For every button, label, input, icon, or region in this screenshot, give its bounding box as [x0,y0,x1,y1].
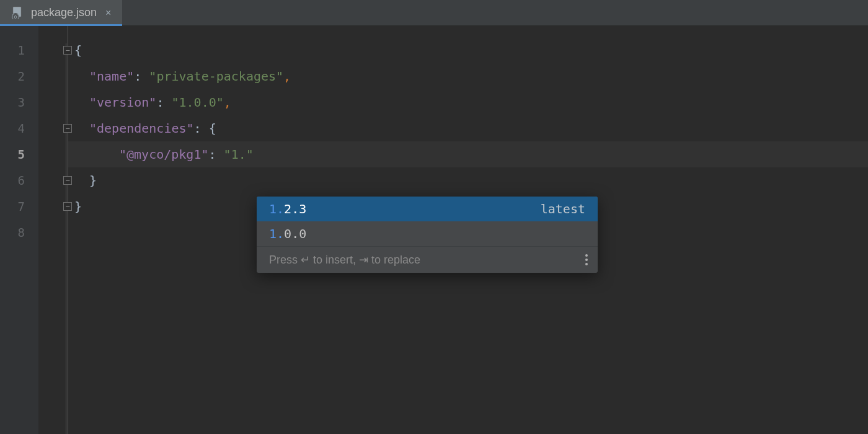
line-number-gutter: 1 2 3 4 5 6 7 8 [0,26,38,434]
code-editor: 1 2 3 4 5 6 7 8 − − − − [0,26,868,434]
completion-item[interactable]: 1.0.0 [257,221,598,246]
completion-match: 1. [269,226,284,241]
line-number[interactable]: 4 [0,115,38,141]
line-number[interactable]: 6 [0,167,38,193]
svg-text:{o}: {o} [11,14,20,20]
line-number[interactable]: 7 [0,193,38,219]
editor-tab[interactable]: {o} package.json × [0,0,122,25]
completion-tag: latest [541,202,585,216]
code-line[interactable]: "version": "1.0.0", [68,89,868,115]
code-line[interactable]: "name": "private-packages", [68,63,868,89]
enter-key-icon: ↵ [301,254,310,266]
line-number[interactable]: 1 [0,37,38,63]
code-line[interactable]: } [68,167,868,193]
line-number[interactable]: 3 [0,89,38,115]
code-line[interactable]: { [68,37,868,63]
line-number-active[interactable]: 5 [0,141,38,167]
code-line[interactable]: "dependencies": { [68,115,868,141]
more-options-icon[interactable] [585,254,588,265]
line-number[interactable]: 2 [0,63,38,89]
completion-rest: 0.0 [284,226,306,241]
json-file-icon: {o} [11,6,25,20]
completion-match: 1. [269,202,284,216]
fold-gutter: − − − − [38,26,68,434]
tab-key-icon: ⇥ [359,254,368,266]
code-line-current[interactable]: "@myco/pkg1": "1." [68,141,868,167]
line-number[interactable]: 8 [0,219,38,246]
completion-rest: 2.3 [284,202,306,216]
tab-bar: {o} package.json × [0,0,868,26]
tab-filename: package.json [31,6,97,19]
completion-hint: Press ↵ to insert, ⇥ to replace [269,253,420,267]
completion-popup: 1.2.3 latest 1.0.0 Press ↵ to insert, ⇥ … [257,197,598,273]
completion-item-selected[interactable]: 1.2.3 latest [257,197,598,221]
close-tab-button[interactable]: × [103,6,113,20]
completion-footer: Press ↵ to insert, ⇥ to replace [257,246,598,273]
